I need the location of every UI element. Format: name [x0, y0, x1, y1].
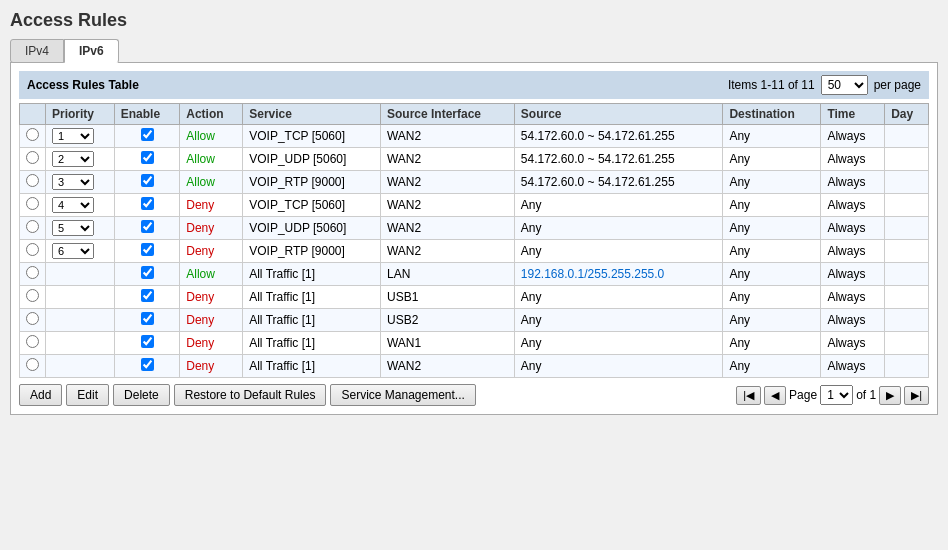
col-source: Source — [514, 104, 723, 125]
row-radio-cell — [20, 240, 46, 263]
row-service: VOIP_RTP [9000] — [243, 171, 381, 194]
table-header-bar: Access Rules Table Items 1-11 of 11 50 2… — [19, 71, 929, 99]
main-panel: Access Rules Table Items 1-11 of 11 50 2… — [10, 62, 938, 415]
enable-checkbox[interactable] — [141, 266, 154, 279]
enable-checkbox[interactable] — [141, 312, 154, 325]
add-button[interactable]: Add — [19, 384, 62, 406]
enable-checkbox[interactable] — [141, 289, 154, 302]
first-page-button[interactable]: |◀ — [736, 386, 761, 405]
pagination-controls: |◀ ◀ Page 1 of 1 ▶ ▶| — [736, 385, 929, 405]
row-time: Always — [821, 332, 885, 355]
enable-checkbox[interactable] — [141, 197, 154, 210]
table-row: DenyAll Traffic [1]USB2AnyAnyAlways — [20, 309, 929, 332]
row-radio[interactable] — [26, 312, 39, 325]
row-radio[interactable] — [26, 151, 39, 164]
row-action: Deny — [180, 240, 243, 263]
table-row: 4DenyVOIP_TCP [5060]WAN2AnyAnyAlways — [20, 194, 929, 217]
row-day — [885, 125, 929, 148]
row-day — [885, 194, 929, 217]
priority-select[interactable]: 4 — [52, 197, 94, 213]
row-radio[interactable] — [26, 128, 39, 141]
row-enable — [114, 309, 179, 332]
footer-bar: Add Edit Delete Restore to Default Rules… — [19, 384, 929, 406]
row-action: Deny — [180, 194, 243, 217]
row-source: 54.172.60.0 ~ 54.172.61.255 — [514, 171, 723, 194]
next-page-button[interactable]: ▶ — [879, 386, 901, 405]
row-radio[interactable] — [26, 197, 39, 210]
enable-checkbox[interactable] — [141, 220, 154, 233]
enable-checkbox[interactable] — [141, 174, 154, 187]
table-row: 3AllowVOIP_RTP [9000]WAN254.172.60.0 ~ 5… — [20, 171, 929, 194]
delete-button[interactable]: Delete — [113, 384, 170, 406]
row-radio-cell — [20, 148, 46, 171]
page-title: Access Rules — [10, 10, 938, 31]
last-page-button[interactable]: ▶| — [904, 386, 929, 405]
col-service: Service — [243, 104, 381, 125]
row-priority: 6 — [46, 240, 115, 263]
priority-select[interactable]: 6 — [52, 243, 94, 259]
tab-ipv6[interactable]: IPv6 — [64, 39, 119, 63]
enable-checkbox[interactable] — [141, 243, 154, 256]
row-radio[interactable] — [26, 358, 39, 371]
table-row: AllowAll Traffic [1]LAN192.168.0.1/255.2… — [20, 263, 929, 286]
col-action: Action — [180, 104, 243, 125]
row-day — [885, 217, 929, 240]
restore-button[interactable]: Restore to Default Rules — [174, 384, 327, 406]
table-row: DenyAll Traffic [1]WAN1AnyAnyAlways — [20, 332, 929, 355]
row-priority — [46, 355, 115, 378]
row-service: VOIP_UDP [5060] — [243, 148, 381, 171]
row-time: Always — [821, 240, 885, 263]
row-enable — [114, 355, 179, 378]
row-source-interface: WAN2 — [380, 240, 514, 263]
of-label: of 1 — [856, 388, 876, 402]
row-radio[interactable] — [26, 220, 39, 233]
col-priority: Priority — [46, 104, 115, 125]
prev-page-button[interactable]: ◀ — [764, 386, 786, 405]
row-enable — [114, 125, 179, 148]
row-time: Always — [821, 355, 885, 378]
row-service: VOIP_RTP [9000] — [243, 240, 381, 263]
row-radio[interactable] — [26, 289, 39, 302]
row-priority: 1 — [46, 125, 115, 148]
row-destination: Any — [723, 263, 821, 286]
row-service: All Traffic [1] — [243, 286, 381, 309]
row-priority — [46, 286, 115, 309]
row-enable — [114, 332, 179, 355]
row-source-interface: WAN2 — [380, 171, 514, 194]
table-row: DenyAll Traffic [1]USB1AnyAnyAlways — [20, 286, 929, 309]
row-time: Always — [821, 148, 885, 171]
service-mgmt-button[interactable]: Service Management... — [330, 384, 475, 406]
row-day — [885, 286, 929, 309]
tab-ipv4[interactable]: IPv4 — [10, 39, 64, 63]
row-radio[interactable] — [26, 174, 39, 187]
priority-select[interactable]: 3 — [52, 174, 94, 190]
priority-select[interactable]: 5 — [52, 220, 94, 236]
row-action: Allow — [180, 171, 243, 194]
row-time: Always — [821, 217, 885, 240]
priority-select[interactable]: 1 — [52, 128, 94, 144]
row-enable — [114, 240, 179, 263]
enable-checkbox[interactable] — [141, 335, 154, 348]
row-action: Allow — [180, 263, 243, 286]
row-radio-cell — [20, 355, 46, 378]
edit-button[interactable]: Edit — [66, 384, 109, 406]
row-radio[interactable] — [26, 243, 39, 256]
row-day — [885, 309, 929, 332]
row-radio[interactable] — [26, 266, 39, 279]
enable-checkbox[interactable] — [141, 151, 154, 164]
row-radio-cell — [20, 309, 46, 332]
row-radio-cell — [20, 125, 46, 148]
row-source: Any — [514, 217, 723, 240]
page-select[interactable]: 1 — [820, 385, 853, 405]
row-source: Any — [514, 355, 723, 378]
row-radio[interactable] — [26, 335, 39, 348]
enable-checkbox[interactable] — [141, 358, 154, 371]
row-enable — [114, 194, 179, 217]
priority-select[interactable]: 2 — [52, 151, 94, 167]
row-destination: Any — [723, 148, 821, 171]
per-page-select[interactable]: 50 25 100 — [821, 75, 868, 95]
row-action: Deny — [180, 309, 243, 332]
enable-checkbox[interactable] — [141, 128, 154, 141]
row-destination: Any — [723, 332, 821, 355]
row-destination: Any — [723, 194, 821, 217]
